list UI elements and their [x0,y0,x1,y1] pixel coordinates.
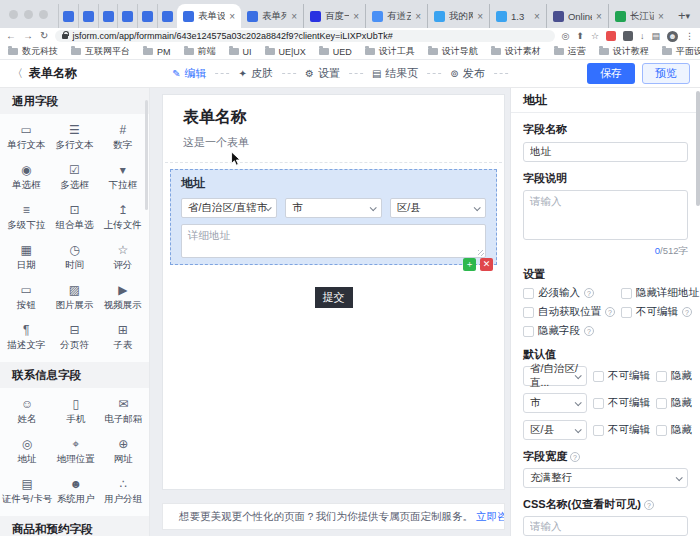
field-type-item[interactable]: ▶ 视频展示 [99,278,147,318]
copy-field-icon[interactable]: ＋ [463,258,476,271]
bookmark-item[interactable]: 设计素材 [491,45,541,58]
bookmark-star-icon[interactable]: ☆ [591,31,599,41]
readonly-checkbox[interactable]: 不可编辑 [593,423,650,437]
field-type-item[interactable]: ▾ 下拉框 [99,158,147,198]
field-type-item[interactable]: ¶ 描述文字 [2,318,50,358]
field-type-item[interactable]: ∴ 用户分组 [100,472,147,512]
bookmark-item[interactable]: 设计导航 [428,45,478,58]
field-type-item[interactable]: ▤ 证件号/卡号 [2,472,52,512]
consult-link[interactable]: 立即咨询 [476,510,505,524]
browser-menu-icon[interactable]: ⋮ [685,31,694,41]
bookmark-item[interactable]: 运营 [554,45,586,58]
field-name-input[interactable] [523,142,688,162]
editor-nav-item[interactable]: ✦ 皮肤 [239,66,273,81]
hidden-checkbox[interactable]: 隐藏 [656,369,692,383]
checkbox-icon[interactable] [656,371,667,382]
checkbox-icon[interactable] [621,288,632,299]
field-type-item[interactable]: ⊞ 子表 [99,318,147,358]
help-icon[interactable]: ? [682,307,692,317]
bookmark-item[interactable]: 数元科技 [8,45,58,58]
sidebar-scrollbar[interactable] [145,100,148,210]
reload-icon[interactable]: ↻ [40,31,48,41]
help-icon[interactable]: ? [584,288,594,298]
tab-search-chevron-icon[interactable]: ▾ [685,11,690,21]
readonly-checkbox[interactable]: 不可编辑 [593,369,650,383]
extension-dark-icon[interactable] [623,31,633,41]
back-chevron-icon[interactable]: 〈 [12,66,23,81]
field-type-item[interactable]: # 数字 [99,118,147,158]
css-name-input[interactable] [523,516,688,536]
tab-close-icon[interactable]: × [415,11,421,22]
back-icon[interactable]: ← [6,31,16,41]
field-type-item[interactable]: ▨ 图片展示 [50,278,98,318]
checkbox-icon[interactable] [621,307,632,318]
tab-close-icon[interactable]: × [534,11,540,22]
setting-checkbox[interactable]: 不可编辑 ? [621,305,699,319]
tab-close-icon[interactable]: × [291,11,297,22]
save-button[interactable]: 保存 [587,63,635,84]
readonly-checkbox[interactable]: 不可编辑 [593,396,650,410]
field-type-item[interactable]: ☆ 评分 [99,238,147,278]
field-type-item[interactable]: ☑ 多选框 [50,158,98,198]
default-value-select[interactable]: 区/县 [523,420,587,440]
profile-avatar[interactable]: ☻ [667,31,678,42]
field-type-item[interactable]: ◉ 单选框 [2,158,50,198]
bookmark-item[interactable]: UE|UX [265,47,306,57]
field-type-item[interactable]: ✉ 电子邮箱 [100,392,147,432]
address-select[interactable]: 省/自治区/直辖市 [181,198,277,218]
setting-checkbox[interactable]: 隐藏字段 ? [523,324,619,338]
field-type-item[interactable]: ↥ 上传文件 [99,198,147,238]
hidden-checkbox[interactable]: 隐藏 [656,423,692,437]
editor-nav-item[interactable]: ▤ 结果页 [372,66,418,81]
pinned-tab[interactable] [137,4,157,28]
panel-scrollbar[interactable] [696,91,700,206]
pinned-tab[interactable] [117,4,137,28]
hidden-checkbox[interactable]: 隐藏 [656,396,692,410]
address-field-block-selected[interactable]: 地址 省/自治区/直辖市 市 区/县 [170,169,497,265]
pinned-tab[interactable] [78,4,98,28]
preview-button[interactable]: 预览 [642,63,690,84]
bookmark-item[interactable]: PM [143,47,171,57]
address-bar[interactable]: jsform.com/app/formmain/643e124575a03c20… [55,30,554,42]
tab-close-icon[interactable]: × [596,11,602,22]
address-select[interactable]: 市 [285,198,381,218]
field-type-item[interactable]: ⊡ 组合单选 [50,198,98,238]
checkbox-icon[interactable] [656,398,667,409]
reader-mode-icon[interactable]: ▤ [651,31,660,41]
section-header-contact-fields[interactable]: 联系信息字段 [0,362,149,388]
share-icon[interactable]: ⬆ [576,31,584,41]
minimize-window-icon[interactable] [24,10,33,19]
window-controls[interactable] [9,10,48,19]
tab-close-icon[interactable]: × [353,11,359,22]
download-icon[interactable]: ↓ [640,31,645,41]
new-tab-button[interactable]: + [678,8,686,23]
zoom-window-icon[interactable] [39,10,48,19]
bookmark-item[interactable]: UI [229,47,252,57]
help-icon[interactable]: ? [584,326,594,336]
field-type-item[interactable]: ☺ 姓名 [2,392,52,432]
checkbox-icon[interactable] [523,288,534,299]
help-icon[interactable]: ? [644,500,654,510]
field-type-item[interactable]: ⌖ 地理位置 [52,432,99,472]
field-type-item[interactable]: ◷ 时间 [50,238,98,278]
field-type-item[interactable]: ☰ 多行文本 [50,118,98,158]
field-type-item[interactable]: ▭ 按钮 [2,278,50,318]
help-icon[interactable]: ? [605,307,615,317]
checkbox-icon[interactable] [593,371,604,382]
field-type-item[interactable]: ▭ 单行文本 [2,118,50,158]
form-breadcrumb[interactable]: 〈 表单名称 [12,65,77,82]
checkbox-icon[interactable] [523,326,534,337]
editor-nav-item[interactable]: ✎ 编辑 [172,66,206,81]
close-window-icon[interactable] [9,10,18,19]
default-value-select[interactable]: 省/自治区/直... [523,366,587,386]
browser-tab[interactable]: 我的网 × [427,4,489,28]
delete-field-icon[interactable]: ✕ [480,258,493,271]
field-type-item[interactable]: ☻ 系统用户 [52,472,99,512]
field-type-item[interactable]: ≡ 多级下拉 [2,198,50,238]
tab-close-icon[interactable]: × [477,11,483,22]
browser-tab[interactable]: Online × [546,4,608,28]
pinned-tab[interactable] [157,4,177,28]
extension-red-icon[interactable] [606,31,616,41]
browser-tab[interactable]: 百度一 × [303,4,365,28]
checkbox-icon[interactable] [656,425,667,436]
